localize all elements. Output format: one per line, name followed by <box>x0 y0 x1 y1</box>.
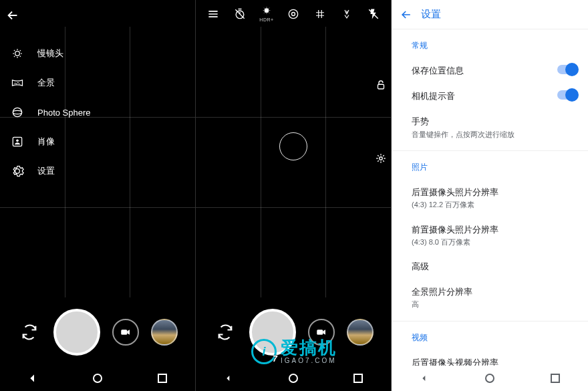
gear-icon <box>9 163 25 179</box>
menu-item-settings[interactable]: 设置 <box>0 156 195 186</box>
svg-rect-7 <box>158 374 166 382</box>
lock-icon[interactable] <box>375 79 387 91</box>
section-header-general: 常规 <box>412 40 577 51</box>
menu-label: Photo Sphere <box>37 108 91 118</box>
back-button[interactable] <box>392 8 421 21</box>
svg-point-2 <box>13 110 21 114</box>
svg-point-0 <box>15 51 20 56</box>
row-rear-video-res[interactable]: 后置摄像头视频分辨率 HD 1080p <box>412 350 577 366</box>
back-button[interactable] <box>1 4 24 27</box>
section-header-photo: 照片 <box>412 162 577 173</box>
nav-back[interactable] <box>418 372 431 385</box>
svg-point-10 <box>289 9 297 18</box>
motion-icon[interactable] <box>285 5 302 23</box>
nav-recent[interactable] <box>549 372 562 385</box>
row-save-location[interactable]: 保存位置信息 <box>412 58 577 84</box>
svg-rect-13 <box>378 84 384 89</box>
viewfinder-grid <box>196 27 391 297</box>
android-navbar <box>392 366 588 391</box>
panorama-icon <box>9 75 25 91</box>
camera-top-toolbar: HDR+ A <box>196 3 391 25</box>
nav-recent[interactable] <box>156 372 169 385</box>
slowmo-icon <box>9 45 25 61</box>
row-gesture[interactable]: 手势 音量键操作，点按两次进行缩放 <box>412 109 577 146</box>
svg-point-1 <box>13 108 21 116</box>
nav-back[interactable] <box>222 372 235 385</box>
menu-item-photosphere[interactable]: Photo Sphere <box>0 98 195 127</box>
section-header-video: 视频 <box>412 332 577 344</box>
menu-label: 肖像 <box>37 136 55 148</box>
divider <box>392 150 588 151</box>
switch-camera-button[interactable] <box>213 320 237 344</box>
android-navbar <box>196 366 391 391</box>
portrait-icon <box>9 134 25 150</box>
row-pano-res[interactable]: 全景照片分辨率 高 <box>412 279 577 317</box>
hdr-icon[interactable]: HDR+ <box>258 5 275 23</box>
timer-off-icon[interactable] <box>231 5 249 23</box>
android-navbar <box>0 366 195 391</box>
grid-icon[interactable] <box>311 5 329 23</box>
settings-panel: 设置 常规 保存位置信息 相机提示音 手势 音量键操作，点按两次进行缩放 照片 … <box>392 0 588 391</box>
row-advanced[interactable]: 高级 <box>412 254 577 279</box>
video-mode-button[interactable] <box>308 319 335 346</box>
gallery-thumbnail[interactable] <box>151 319 178 346</box>
menu-item-slowmo[interactable]: 慢镜头 <box>0 39 195 68</box>
settings-list[interactable]: 常规 保存位置信息 相机提示音 手势 音量键操作，点按两次进行缩放 照片 后置摄… <box>392 29 588 366</box>
svg-point-9 <box>265 8 269 13</box>
svg-point-11 <box>292 13 295 16</box>
focus-indicator <box>279 132 307 160</box>
settings-header: 设置 <box>392 0 588 29</box>
mode-menu: 慢镜头 全景 Photo Sphere 肖像 <box>0 39 195 186</box>
svg-point-6 <box>94 374 102 382</box>
camera-viewfinder-panel: HDR+ A <box>196 0 392 391</box>
nav-home[interactable] <box>483 372 496 385</box>
page-title: 设置 <box>421 8 441 21</box>
switch-camera-button[interactable] <box>17 320 41 344</box>
hdr-label: HDR+ <box>259 17 273 22</box>
svg-point-4 <box>16 140 19 142</box>
nav-home[interactable] <box>287 372 300 385</box>
svg-rect-15 <box>317 330 323 335</box>
row-rear-photo-res[interactable]: 后置摄像头照片分辨率 (4:3) 12.2 百万像素 <box>412 180 577 217</box>
menu-label: 慢镜头 <box>37 47 63 59</box>
gallery-thumbnail[interactable] <box>347 319 374 346</box>
nav-home[interactable] <box>91 372 104 385</box>
svg-rect-17 <box>354 374 362 382</box>
row-front-photo-res[interactable]: 前置摄像头照片分辨率 (4:3) 8.0 百万像素 <box>412 217 577 255</box>
photosphere-icon <box>9 104 25 120</box>
settings-quick-icon[interactable] <box>375 152 387 164</box>
camera-controls <box>196 299 391 366</box>
svg-point-14 <box>380 157 383 160</box>
nav-back[interactable] <box>26 372 39 385</box>
camera-menu-panel: 慢镜头 全景 Photo Sphere 肖像 <box>0 0 196 391</box>
toggle-save-location[interactable] <box>557 65 577 74</box>
menu-item-panorama[interactable]: 全景 <box>0 68 195 98</box>
shutter-button[interactable] <box>53 309 100 356</box>
nav-recent[interactable] <box>351 372 365 385</box>
menu-item-portrait[interactable]: 肖像 <box>0 127 195 156</box>
hamburger-menu-icon[interactable] <box>204 5 222 23</box>
toggle-shutter-sound[interactable] <box>557 90 577 100</box>
svg-rect-5 <box>121 330 127 335</box>
svg-point-16 <box>289 374 297 382</box>
video-mode-button[interactable] <box>112 319 139 346</box>
svg-point-18 <box>486 374 494 382</box>
menu-label: 设置 <box>37 165 55 177</box>
svg-rect-19 <box>551 374 559 382</box>
shutter-button[interactable] <box>249 309 296 356</box>
row-shutter-sound[interactable]: 相机提示音 <box>412 84 577 109</box>
menu-label: 全景 <box>37 77 55 89</box>
divider <box>392 321 588 321</box>
flash-off-icon[interactable] <box>365 5 382 23</box>
whitebalance-icon[interactable]: A <box>338 5 355 23</box>
svg-text:A: A <box>345 10 348 14</box>
camera-controls <box>0 299 195 366</box>
